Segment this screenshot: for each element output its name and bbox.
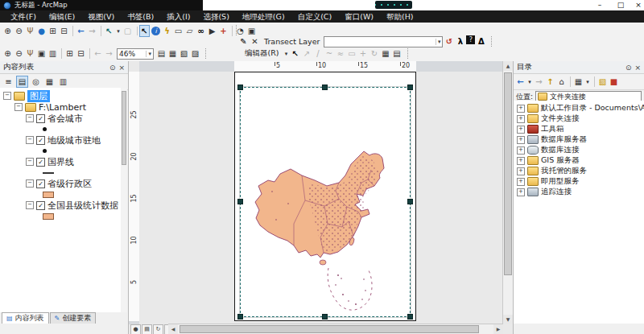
sketch-properties-button[interactable]: ▤: [392, 47, 402, 60]
zoom-100[interactable]: ▥: [47, 47, 58, 60]
scrollbar-thumb[interactable]: [122, 91, 126, 165]
zoom-whole-page[interactable]: ▣: [36, 47, 47, 60]
fixed-zoom-in[interactable]: ⊞: [47, 25, 58, 37]
full-extent-tool[interactable]: ●: [36, 25, 47, 37]
fixed-zoom-out-page[interactable]: ⊟: [76, 47, 86, 60]
back-page-extent[interactable]: ←: [93, 47, 103, 60]
expander-icon[interactable]: −: [14, 103, 23, 111]
list-by-selection[interactable]: ▦: [43, 76, 56, 88]
scrollbar-thumb[interactable]: [180, 325, 479, 333]
layer-symbol[interactable]: [43, 127, 47, 131]
expander-icon[interactable]: +: [517, 115, 525, 123]
fixed-zoom-out[interactable]: ⊟: [59, 25, 69, 37]
expander-icon[interactable]: +: [517, 178, 525, 186]
map-vertical-scrollbar[interactable]: ▲ ▼: [502, 61, 513, 324]
move-tool[interactable]: +: [358, 47, 369, 60]
layer-label[interactable]: 国界线: [47, 156, 74, 168]
menu-item[interactable]: 选择(S): [197, 10, 234, 23]
list-by-visibility[interactable]: ◎: [30, 76, 42, 88]
rotate-tool[interactable]: ↻: [369, 47, 380, 60]
layer-row[interactable]: − ✓ 地级城市驻地: [0, 134, 121, 146]
layer-label[interactable]: 省级行政区: [47, 178, 92, 190]
selection-handle[interactable]: [322, 85, 328, 90]
expander-icon[interactable]: −: [26, 114, 34, 122]
toolbar-grip[interactable]: [491, 36, 494, 47]
close-button[interactable]: ×: [633, 0, 644, 10]
layer-row[interactable]: − ✓ 国界线: [0, 156, 121, 167]
edit-tool[interactable]: ↖: [291, 47, 301, 60]
selection-handle[interactable]: [237, 199, 243, 204]
toggle-draft-mode[interactable]: ▤: [156, 47, 167, 60]
flip-transect[interactable]: ↺: [444, 35, 454, 47]
transect-delta[interactable]: Δ: [476, 35, 486, 47]
catalog-item-label[interactable]: 数据库连接: [541, 145, 580, 155]
layer-label[interactable]: 地级城市驻地: [47, 134, 101, 146]
select-elements[interactable]: ↖: [139, 25, 150, 37]
layer-row[interactable]: − ✓ 全国县级统计数据: [0, 200, 121, 211]
selection-handle[interactable]: [407, 314, 413, 320]
data-frame-selection[interactable]: [240, 87, 411, 317]
transect-pen-icon[interactable]: ✎: [238, 35, 249, 47]
maximize-button[interactable]: □: [612, 0, 630, 10]
list-by-drawing-order[interactable]: ≡: [2, 76, 14, 88]
toc-root-row[interactable]: − 图层: [0, 90, 121, 101]
combo-caret-icon[interactable]: ▾: [436, 39, 441, 45]
editor-menu-caret[interactable]: ▾: [283, 47, 290, 60]
selection-handle[interactable]: [237, 314, 243, 320]
layer-checkbox[interactable]: ✓: [36, 136, 45, 145]
layout-view-button[interactable]: ▤: [142, 324, 152, 334]
layer-checkbox[interactable]: ✓: [36, 158, 45, 167]
expander-icon[interactable]: −: [26, 158, 34, 166]
transect-help[interactable]: ?: [466, 35, 475, 44]
measure-tool[interactable]: ▱: [184, 25, 195, 37]
catalog-item-label[interactable]: 工具箱: [541, 124, 564, 134]
catalog-item[interactable]: + 即用型服务: [517, 176, 644, 187]
pan-tool[interactable]: Ψ: [25, 25, 35, 37]
find-tool[interactable]: ∞: [196, 25, 206, 37]
layer-symbol[interactable]: [43, 149, 47, 153]
select-features[interactable]: ↖: [104, 25, 114, 37]
layer-row[interactable]: − ✓ 省级行政区: [0, 178, 121, 189]
pin-icon[interactable]: ⊙: [625, 64, 632, 72]
menu-item[interactable]: 地理处理(G): [237, 10, 291, 23]
layer-label[interactable]: 省会城市: [47, 113, 83, 125]
change-layout[interactable]: ▧: [179, 47, 189, 60]
expander-icon[interactable]: +: [517, 105, 525, 113]
layer-label[interactable]: 全国县级统计数据: [47, 200, 118, 212]
catalog-view-caret[interactable]: ▾: [584, 76, 591, 88]
catalog-item[interactable]: + 工具箱: [517, 124, 644, 134]
toolbar-grip[interactable]: [205, 48, 208, 59]
expander-icon[interactable]: +: [517, 136, 525, 144]
expander-icon[interactable]: −: [26, 136, 34, 144]
zoom-in-tool[interactable]: ⊕: [2, 25, 13, 37]
close-panel-icon[interactable]: ×: [634, 64, 641, 72]
menu-item[interactable]: 编辑(E): [43, 10, 80, 23]
toc-group-row[interactable]: − F:\Lambert: [0, 101, 121, 113]
catalog-item-label[interactable]: 即用型服务: [541, 176, 580, 187]
data-view-button[interactable]: ●: [130, 324, 141, 334]
layer-row[interactable]: − ✓ 省会城市: [0, 113, 121, 124]
clear-selection[interactable]: ▢: [122, 25, 133, 37]
expander-icon[interactable]: +: [517, 188, 525, 196]
catalog-item-label[interactable]: 文件夹连接: [541, 113, 580, 124]
menu-item[interactable]: 帮助(H): [381, 10, 419, 23]
endpoint-arc-tool[interactable]: ~: [324, 47, 335, 60]
catalog-item-label[interactable]: 追踪连接: [541, 187, 572, 197]
toc-scrollbar[interactable]: [121, 88, 127, 312]
catalog-item[interactable]: + 默认工作目录 - Documents\ArcGIS: [517, 103, 644, 113]
layer-checkbox[interactable]: ✓: [36, 114, 45, 123]
select-features-dropdown[interactable]: ▾: [115, 25, 122, 37]
toc-root-label[interactable]: 图层: [27, 90, 50, 102]
selection-handle[interactable]: [407, 199, 413, 204]
attributes-button[interactable]: ▦: [381, 47, 391, 60]
expander-icon[interactable]: −: [26, 201, 34, 209]
menu-item[interactable]: 窗口(W): [339, 10, 379, 23]
menu-item[interactable]: 视图(V): [82, 10, 120, 23]
catalog-new-connection[interactable]: ▧: [597, 76, 608, 88]
layout-pan[interactable]: Ψ: [25, 47, 35, 60]
menu-item[interactable]: 自定义(C): [292, 10, 338, 23]
go-to-xy-tool[interactable]: +: [218, 25, 229, 37]
minimize-button[interactable]: –: [591, 0, 609, 10]
catalog-item-label[interactable]: 我托管的服务: [541, 166, 587, 176]
layout-canvas[interactable]: [139, 72, 503, 324]
